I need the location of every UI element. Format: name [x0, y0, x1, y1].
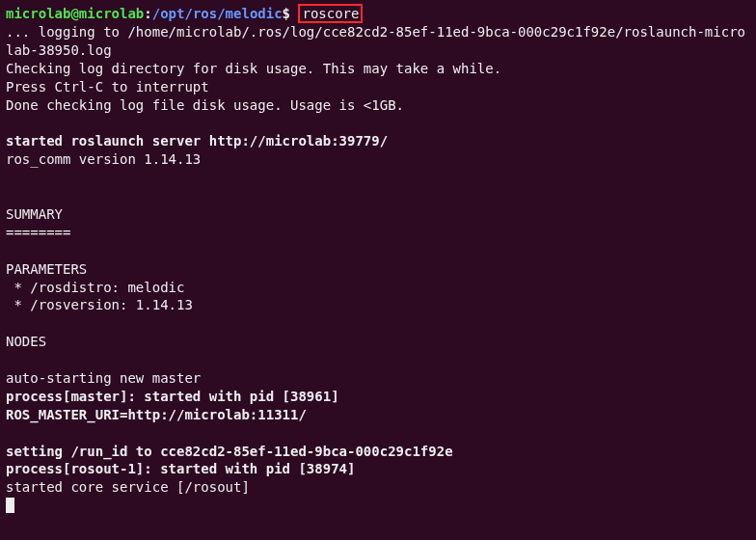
log-line: started roslaunch server http://microlab…: [6, 133, 388, 148]
log-line: SUMMARY: [6, 206, 63, 222]
cursor-icon: [6, 498, 14, 513]
log-line: PARAMETERS: [6, 261, 87, 277]
prompt-dollar: $: [283, 6, 290, 21]
log-line: Press Ctrl-C to interrupt: [6, 79, 209, 94]
log-line: setting /run_id to cce82cd2-85ef-11ed-9b…: [6, 444, 453, 459]
log-line: ROS_MASTER_URI=http://microlab:11311/: [6, 407, 307, 422]
command-highlight: roscore: [298, 4, 363, 23]
log-line: Done checking log file disk usage. Usage…: [6, 97, 404, 113]
command-text: roscore: [302, 6, 359, 21]
log-line: * /rosversion: 1.14.13: [6, 297, 193, 312]
terminal-output[interactable]: microlab@microlab:/opt/ros/melodic$ rosc…: [6, 4, 750, 515]
log-line: * /rosdistro: melodic: [6, 280, 184, 295]
log-line: started core service [/rosout]: [6, 479, 250, 495]
log-line: ... logging to /home/microlab/.ros/log/c…: [6, 24, 745, 58]
log-line: ros_comm version 1.14.13: [6, 151, 201, 167]
log-line: process[master]: started with pid [38961…: [6, 389, 339, 404]
prompt-colon: :: [144, 6, 151, 21]
log-line: ========: [6, 225, 70, 240]
log-line: auto-starting new master: [6, 370, 201, 386]
log-line: Checking log directory for disk usage. T…: [6, 61, 501, 76]
prompt-path: /opt/ros/melodic: [152, 6, 283, 21]
log-line: process[rosout-1]: started with pid [389…: [6, 461, 355, 476]
prompt-user: microlab@microlab: [6, 6, 144, 21]
log-line: NODES: [6, 334, 46, 349]
